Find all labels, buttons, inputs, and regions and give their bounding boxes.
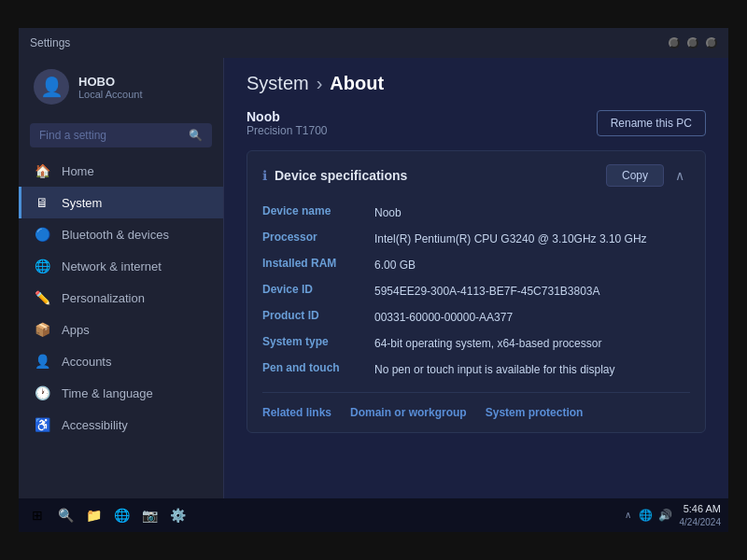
spec-value-processor: Intel(R) Pentium(R) CPU G3240 @ 3.10GHz …	[374, 231, 690, 247]
specs-card: ℹ Device specifications Copy ∧ Dev	[247, 150, 706, 433]
spec-row-product-id: Product ID 00331-60000-00000-AA377	[262, 304, 690, 330]
spec-value-product-id: 00331-60000-00000-AA377	[374, 309, 690, 326]
spec-row-ram: Installed RAM 6.00 GB	[262, 252, 690, 278]
breadcrumb: System › About	[247, 73, 384, 94]
specs-title: Device specifications	[275, 168, 407, 183]
taskbar-camera-button[interactable]: 📷	[138, 504, 161, 526]
tray-network-icon[interactable]: 🌐	[639, 509, 653, 522]
accessibility-icon: ♿	[34, 417, 50, 432]
related-link-domain[interactable]: Domain or workgroup	[350, 406, 467, 419]
tray-sound-icon[interactable]: 🔊	[658, 509, 672, 522]
taskbar-edge-button[interactable]: 🌐	[110, 504, 133, 526]
sidebar-item-system[interactable]: 🖥 System	[19, 187, 223, 218]
main-layout: 👤 HOBO Local Account 🔍 🏠 Home 🖥 S	[19, 58, 728, 498]
related-link-protection[interactable]: System protection	[486, 406, 584, 419]
sidebar-item-network-label: Network & internet	[62, 259, 162, 273]
taskbar-left: ⊞ 🔍 📁 🌐 📷 ⚙️	[26, 504, 189, 526]
system-tray: ∧ 🌐 🔊	[623, 509, 672, 522]
breadcrumb-current: About	[330, 73, 384, 94]
spec-label-product-id: Product ID	[262, 309, 374, 322]
spec-label-device-id: Device ID	[262, 283, 374, 296]
sidebar-item-bluetooth[interactable]: 🔵 Bluetooth & devices	[19, 218, 223, 250]
time-icon: 🕐	[34, 385, 50, 400]
spec-value-system-type: 64-bit operating system, x64-based proce…	[374, 335, 690, 352]
home-icon: 🏠	[34, 163, 50, 178]
avatar: 👤	[34, 69, 69, 105]
bluetooth-icon: 🔵	[34, 227, 50, 242]
network-icon: 🌐	[34, 259, 50, 273]
settings-title: Settings	[30, 36, 70, 49]
copy-button[interactable]: Copy	[606, 164, 664, 187]
user-info: HOBO Local Account	[78, 75, 143, 100]
spec-row-system-type: System type 64-bit operating system, x64…	[262, 330, 690, 357]
tray-chevron[interactable]: ∧	[623, 510, 633, 520]
spec-value-device-name: Noob	[374, 204, 690, 221]
restore-button[interactable]: ❐	[687, 37, 698, 49]
sidebar-item-personalization[interactable]: ✏️ Personalization	[19, 282, 223, 314]
taskbar-settings-button[interactable]: ⚙️	[166, 504, 189, 526]
title-bar-controls: — ❐ ✕	[669, 37, 717, 49]
clock-date: 4/24/2024	[680, 516, 722, 528]
sidebar-item-accessibility[interactable]: ♿ Accessibility	[19, 409, 223, 441]
device-info: Noob Precision T1700	[247, 109, 328, 137]
spec-row-device-id: Device ID 5954EE29-300A-4113-BE7F-45C731…	[262, 278, 690, 304]
screen-outer: Settings — ❐ ✕ 👤 HOBO Local Account	[0, 0, 747, 560]
content-inner: System › About Noob Precision T1700 Rena…	[224, 58, 728, 448]
sidebar-item-apps[interactable]: 📦 Apps	[19, 314, 223, 345]
personalization-icon: ✏️	[34, 290, 50, 305]
page-header: System › About	[247, 73, 706, 94]
sidebar-item-bluetooth-label: Bluetooth & devices	[62, 228, 169, 242]
spec-row-device-name: Device name Noob	[262, 200, 690, 226]
rename-pc-button[interactable]: Rename this PC	[597, 110, 706, 136]
spec-label-ram: Installed RAM	[262, 257, 374, 270]
sidebar-item-time[interactable]: 🕐 Time & language	[19, 377, 223, 409]
specs-table: Device name Noob Processor Intel(R) Pent…	[262, 200, 690, 383]
taskbar: ⊞ 🔍 📁 🌐 📷 ⚙️ ∧ 🌐 🔊 5:46 AM 4/24/2024	[19, 498, 728, 532]
search-box[interactable]: 🔍	[30, 123, 212, 147]
taskbar-files-button[interactable]: 📁	[82, 504, 105, 526]
spec-label-system-type: System type	[262, 335, 374, 348]
system-icon: 🖥	[34, 195, 50, 210]
close-button[interactable]: ✕	[706, 37, 717, 49]
sidebar-item-apps-label: Apps	[62, 323, 90, 337]
sidebar-item-network[interactable]: 🌐 Network & internet	[19, 250, 223, 282]
device-name: Noob	[247, 109, 328, 124]
sidebar-item-accessibility-label: Accessibility	[62, 418, 128, 432]
user-name: HOBO	[78, 75, 143, 89]
spec-row-pen-touch: Pen and touch No pen or touch input is a…	[262, 357, 690, 383]
spec-row-processor: Processor Intel(R) Pentium(R) CPU G3240 …	[262, 226, 690, 252]
sidebar-item-system-label: System	[62, 196, 102, 210]
sidebar-item-personalization-label: Personalization	[62, 291, 145, 305]
collapse-button[interactable]: ∧	[669, 166, 690, 185]
device-model: Precision T1700	[247, 124, 328, 137]
spec-value-ram: 6.00 GB	[374, 257, 690, 273]
sidebar-item-time-label: Time & language	[62, 386, 153, 400]
device-section: Noob Precision T1700 Rename this PC	[247, 109, 706, 137]
apps-icon: 📦	[34, 322, 50, 337]
minimize-button[interactable]: —	[669, 37, 680, 49]
related-links: Related links Domain or workgroup System…	[262, 392, 690, 419]
taskbar-right: ∧ 🌐 🔊 5:46 AM 4/24/2024	[623, 502, 722, 527]
sidebar: 👤 HOBO Local Account 🔍 🏠 Home 🖥 S	[19, 58, 224, 498]
breadcrumb-separator: ›	[317, 73, 323, 94]
sidebar-item-accounts[interactable]: 👤 Accounts	[19, 345, 223, 377]
spec-label-device-name: Device name	[262, 204, 374, 217]
user-type: Local Account	[78, 89, 143, 100]
accounts-icon: 👤	[34, 354, 50, 369]
title-bar-left: Settings	[30, 36, 70, 49]
related-link-related[interactable]: Related links	[262, 406, 331, 419]
spec-value-device-id: 5954EE29-300A-4113-BE7F-45C731B3803A	[374, 283, 690, 300]
system-clock[interactable]: 5:46 AM 4/24/2024	[680, 502, 722, 527]
info-icon: ℹ	[262, 168, 267, 183]
content-area: System › About Noob Precision T1700 Rena…	[224, 58, 728, 498]
spec-value-pen-touch: No pen or touch input is available for t…	[374, 361, 690, 378]
taskbar-search-button[interactable]: 🔍	[54, 504, 77, 526]
search-input[interactable]	[39, 129, 183, 142]
specs-header: ℹ Device specifications Copy ∧	[262, 164, 690, 187]
start-button[interactable]: ⊞	[26, 504, 49, 526]
clock-time: 5:46 AM	[684, 502, 721, 515]
sidebar-item-accounts-label: Accounts	[62, 355, 111, 369]
sidebar-item-home[interactable]: 🏠 Home	[19, 155, 223, 187]
title-bar: Settings — ❐ ✕	[19, 28, 728, 58]
sidebar-item-home-label: Home	[62, 164, 94, 178]
